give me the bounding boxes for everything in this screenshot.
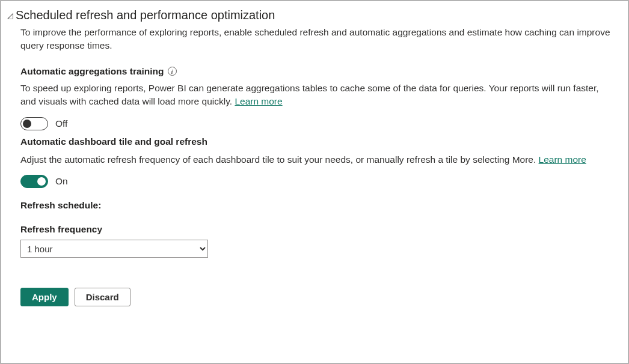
- dashboard-refresh-description-text: Adjust the automatic refresh frequency o…: [20, 154, 539, 165]
- toggle-knob: [37, 177, 46, 186]
- collapse-toggle-icon[interactable]: ◿: [7, 11, 13, 19]
- dashboard-refresh-toggle[interactable]: [20, 175, 48, 188]
- refresh-schedule-label: Refresh schedule:: [20, 200, 616, 211]
- apply-button[interactable]: Apply: [20, 288, 69, 306]
- aggregations-toggle[interactable]: [20, 117, 48, 130]
- aggregations-description-text: To speed up exploring reports, Power BI …: [20, 83, 599, 106]
- dashboard-refresh-toggle-label: On: [55, 176, 68, 187]
- refresh-frequency-label: Refresh frequency: [20, 224, 616, 235]
- aggregations-learn-more-link[interactable]: Learn more: [235, 96, 282, 106]
- aggregations-description: To speed up exploring reports, Power BI …: [20, 82, 616, 109]
- info-icon[interactable]: i: [168, 67, 177, 76]
- aggregations-heading: Automatic aggregations training: [20, 66, 164, 77]
- dashboard-refresh-heading: Automatic dashboard tile and goal refres…: [20, 136, 616, 147]
- aggregations-toggle-label: Off: [55, 118, 67, 129]
- dashboard-refresh-description: Adjust the automatic refresh frequency o…: [20, 153, 616, 166]
- section-title: Scheduled refresh and performance optimi…: [16, 8, 275, 22]
- dashboard-refresh-learn-more-link[interactable]: Learn more: [539, 154, 586, 165]
- discard-button[interactable]: Discard: [75, 288, 130, 306]
- section-description: To improve the performance of exploring …: [20, 26, 616, 53]
- toggle-knob: [23, 120, 31, 128]
- refresh-frequency-select[interactable]: 1 hour: [20, 240, 208, 258]
